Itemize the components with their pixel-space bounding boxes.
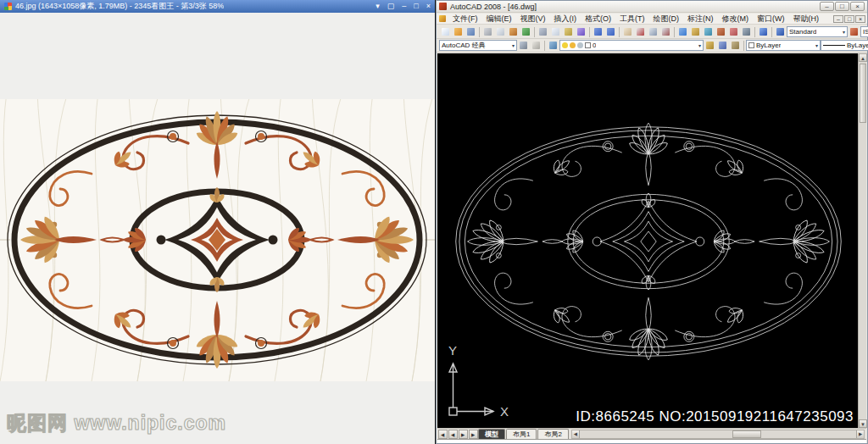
designcenter-icon[interactable] [690, 26, 702, 37]
color-combo[interactable]: ByLayer ▾ [746, 40, 821, 51]
viewer-maximize-button[interactable]: □ [414, 0, 418, 13]
scroll-right-icon[interactable]: ▶ [856, 430, 864, 438]
vertical-scrollbar[interactable]: ▲ ▼ [858, 53, 866, 428]
vertical-scroll-thumb[interactable] [860, 64, 866, 123]
publish-web-icon[interactable] [520, 26, 532, 37]
layer-on-bulb-icon[interactable] [562, 42, 568, 48]
viewer-menu-icon[interactable]: ▾ [376, 0, 380, 13]
layer-states-icon[interactable] [730, 40, 742, 51]
autocad-title: AutoCAD 2008 - [46.dwg] [450, 3, 537, 11]
layer-combo[interactable]: 0 ▾ [559, 40, 704, 51]
open-icon[interactable] [453, 26, 465, 37]
menu-9[interactable]: 修改(M) [718, 14, 754, 25]
minimize-button[interactable]: – [820, 2, 834, 11]
menu-3[interactable]: 视图(V) [516, 14, 550, 25]
viewer-minimize-button[interactable]: – [402, 0, 406, 13]
layout-tab-bar: ◀◀▶▶模型布局1布局2 ◀ ▶ [437, 428, 866, 439]
layer-color-swatch[interactable] [585, 42, 591, 48]
text-style-combo[interactable]: Standard ▾ [787, 26, 848, 37]
tab-布局2[interactable]: 布局2 [537, 429, 568, 439]
menu-7[interactable]: 绘图(D) [649, 14, 684, 25]
viewer-close-button[interactable]: × [426, 0, 431, 13]
tab-nav-prev-icon[interactable]: ◀ [448, 430, 458, 439]
toolbar-separator [619, 27, 620, 37]
autocad-app-icon [439, 3, 447, 10]
horizontal-scrollbar[interactable]: ◀ ▶ [571, 430, 865, 439]
autocad-titlebar: AutoCAD 2008 - [46.dwg] – □ × [437, 1, 867, 13]
layer-properties-icon[interactable] [548, 40, 559, 51]
qnew-icon[interactable] [440, 26, 452, 37]
menu-8[interactable]: 标注(N) [683, 14, 718, 25]
medallion-artwork [0, 99, 435, 381]
zoom-window-icon[interactable] [648, 26, 659, 37]
sheetset-manager-icon[interactable] [715, 26, 727, 37]
linetype-combo[interactable]: ByLayer [821, 40, 868, 51]
chevron-down-icon: ▾ [815, 42, 818, 48]
doc-minimize-button[interactable]: – [833, 15, 843, 23]
plot-preview-icon[interactable] [495, 26, 507, 37]
horizontal-scroll-thumb[interactable] [732, 430, 761, 438]
cut-icon[interactable] [537, 26, 549, 37]
ucs-x-label: X [500, 404, 509, 419]
menu-bar: 文件(F)编辑(E)视图(V)插入(I)格式(O)工具(T)绘图(D)标注(N)… [437, 14, 867, 25]
redo-icon[interactable] [605, 26, 617, 37]
tab-布局1[interactable]: 布局1 [506, 429, 537, 439]
command-line[interactable] [437, 439, 866, 443]
menu-1[interactable]: 文件(F) [448, 14, 482, 25]
undo-icon[interactable] [593, 26, 604, 37]
publish-icon[interactable] [508, 26, 520, 37]
menu-10[interactable]: 窗口(W) [753, 14, 789, 25]
my-workspace-icon[interactable] [531, 40, 542, 51]
viewer-app-icon [4, 3, 12, 10]
doc-restore-button[interactable]: □ [844, 15, 854, 23]
dim-style-icon[interactable] [849, 26, 860, 37]
workspace-settings-icon[interactable] [518, 40, 530, 51]
scroll-up-icon[interactable]: ▲ [859, 53, 867, 62]
maximize-button[interactable]: □ [835, 2, 849, 11]
toolbar-separator [589, 27, 590, 37]
dim-style-combo[interactable]: ISO-25 [860, 26, 868, 37]
zoom-realtime-icon[interactable] [635, 26, 647, 37]
viewer-fullscreen-icon[interactable]: ▢ [387, 0, 395, 13]
doc-close-button[interactable]: × [855, 15, 865, 23]
menu-11[interactable]: 帮助(H) [789, 14, 824, 25]
paste-icon[interactable] [563, 26, 575, 37]
chevron-down-icon: ▾ [698, 42, 701, 48]
markup-manager-icon[interactable] [728, 26, 740, 37]
toolbar-separator [754, 27, 755, 37]
save-icon[interactable] [465, 26, 477, 37]
quickcalc-icon[interactable] [741, 26, 753, 37]
layer-previous-icon[interactable] [717, 40, 729, 51]
menu-2[interactable]: 编辑(E) [482, 14, 516, 25]
layer-lock-icon[interactable] [577, 42, 583, 48]
standard-toolbar: Standard ▾ ISO-25 [437, 25, 867, 39]
tab-nav-prev-icon[interactable]: ◀ [438, 430, 448, 439]
copy-icon[interactable] [550, 26, 562, 37]
drawing-canvas[interactable]: Y X ID:8665245 NO:20150919211647235093 [437, 53, 858, 428]
tab-nav-next-icon[interactable]: ▶ [459, 430, 468, 439]
scroll-left-icon[interactable]: ◀ [572, 430, 580, 438]
menu-5[interactable]: 格式(O) [581, 14, 615, 25]
pan-icon[interactable] [622, 26, 634, 37]
text-style-icon[interactable] [775, 26, 787, 37]
close-button[interactable]: × [850, 2, 865, 11]
help-icon[interactable] [758, 26, 770, 37]
properties-icon[interactable] [677, 26, 689, 37]
chevron-down-icon: ▾ [843, 29, 845, 35]
scroll-down-icon[interactable]: ▼ [859, 419, 867, 428]
menu-4[interactable]: 插入(I) [550, 14, 581, 25]
autocad-window: AutoCAD 2008 - [46.dwg] – □ × 文件(F)编辑(E)… [436, 0, 868, 444]
tab-nav-next-icon[interactable]: ▶ [469, 430, 478, 439]
menu-6[interactable]: 工具(T) [615, 14, 649, 25]
zoom-previous-icon[interactable] [660, 26, 672, 37]
toolbar-separator [674, 27, 675, 37]
tab-模型[interactable]: 模型 [478, 429, 505, 439]
ucs-y-label: Y [448, 345, 457, 358]
layer-freeze-icon[interactable] [570, 42, 576, 48]
tool-palettes-icon[interactable] [703, 26, 715, 37]
workspace-combo[interactable]: AutoCAD 经典 ▾ [439, 40, 517, 51]
make-object-layer-current-icon[interactable] [704, 40, 716, 51]
id-watermark: ID:8665245 NO:20150919211647235093 [576, 408, 854, 425]
match-properties-icon[interactable] [576, 26, 587, 37]
plot-icon[interactable] [482, 26, 494, 37]
